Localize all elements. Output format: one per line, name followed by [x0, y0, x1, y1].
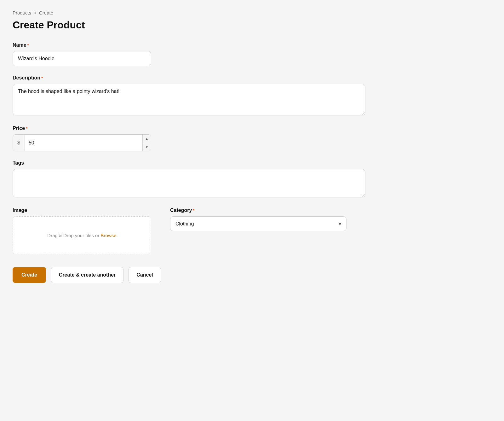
- category-select-wrapper: Clothing Electronics Books Home & Garden…: [170, 216, 346, 231]
- price-spinner: ▲ ▼: [142, 135, 151, 151]
- price-input[interactable]: [25, 136, 142, 150]
- description-textarea[interactable]: [13, 84, 365, 115]
- category-section: Category* Clothing Electronics Books Hom…: [170, 208, 346, 231]
- name-required-indicator: *: [27, 43, 29, 48]
- name-label: Name*: [13, 42, 365, 48]
- browse-link[interactable]: Browse: [101, 233, 117, 238]
- name-input[interactable]: [13, 51, 151, 66]
- actions-row: Create Create & create another Cancel: [13, 267, 365, 283]
- create-button[interactable]: Create: [13, 267, 46, 283]
- price-field-group: Price* $ ▲ ▼: [13, 126, 365, 151]
- cancel-button[interactable]: Cancel: [129, 267, 161, 283]
- category-required-indicator: *: [193, 208, 194, 213]
- breadcrumb-root[interactable]: Products: [13, 10, 31, 15]
- description-required-indicator: *: [41, 76, 43, 80]
- currency-symbol: $: [13, 135, 25, 151]
- category-label: Category*: [170, 208, 346, 213]
- category-select[interactable]: Clothing Electronics Books Home & Garden…: [170, 216, 346, 231]
- tags-field-group: Tags: [13, 160, 365, 199]
- price-decrement-button[interactable]: ▼: [143, 143, 151, 151]
- tags-textarea[interactable]: [13, 169, 365, 197]
- image-label: Image: [13, 208, 151, 213]
- image-dropzone[interactable]: Drag & Drop your files or Browse: [13, 216, 151, 254]
- breadcrumb-current: Create: [39, 10, 53, 15]
- price-increment-button[interactable]: ▲: [143, 135, 151, 143]
- product-form: Name* Description* Price* $ ▲ ▼ Tags: [13, 42, 365, 283]
- image-category-section: Image Drag & Drop your files or Browse C…: [13, 208, 365, 254]
- tags-label: Tags: [13, 160, 365, 166]
- breadcrumb-separator: >: [34, 10, 37, 15]
- description-label: Description*: [13, 75, 365, 81]
- dropzone-text: Drag & Drop your files or Browse: [47, 233, 116, 238]
- image-section: Image Drag & Drop your files or Browse: [13, 208, 151, 254]
- name-field-group: Name*: [13, 42, 365, 66]
- price-label: Price*: [13, 126, 365, 131]
- price-input-wrapper: $ ▲ ▼: [13, 134, 151, 151]
- breadcrumb: Products > Create: [13, 10, 491, 15]
- page-title: Create Product: [13, 19, 491, 31]
- description-field-group: Description*: [13, 75, 365, 117]
- price-required-indicator: *: [26, 126, 27, 131]
- create-another-button[interactable]: Create & create another: [51, 267, 124, 283]
